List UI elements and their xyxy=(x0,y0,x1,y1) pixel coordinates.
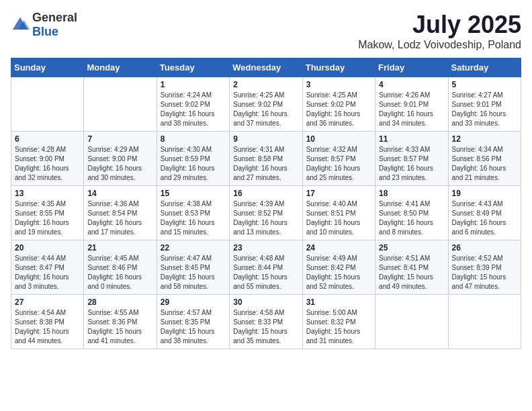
calendar-cell: 22Sunrise: 4:47 AM Sunset: 8:45 PM Dayli… xyxy=(157,240,229,295)
calendar-cell: 17Sunrise: 4:40 AM Sunset: 8:51 PM Dayli… xyxy=(302,186,375,240)
day-number: 13 xyxy=(15,189,80,198)
day-number: 28 xyxy=(87,298,152,307)
calendar-cell: 3Sunrise: 4:25 AM Sunset: 9:02 PM Daylig… xyxy=(302,77,375,132)
cell-text: Sunrise: 4:44 AM Sunset: 8:47 PM Dayligh… xyxy=(15,254,80,291)
day-number: 20 xyxy=(15,243,80,253)
calendar-cell: 9Sunrise: 4:31 AM Sunset: 8:58 PM Daylig… xyxy=(230,132,302,186)
day-number: 8 xyxy=(161,134,226,144)
day-number: 21 xyxy=(87,243,152,253)
cell-text: Sunrise: 4:49 AM Sunset: 8:42 PM Dayligh… xyxy=(306,254,371,291)
day-number: 3 xyxy=(306,80,371,89)
cell-text: Sunrise: 4:25 AM Sunset: 9:02 PM Dayligh… xyxy=(233,91,298,128)
calendar-cell: 19Sunrise: 4:43 AM Sunset: 8:49 PM Dayli… xyxy=(448,186,521,240)
cell-text: Sunrise: 4:33 AM Sunset: 8:57 PM Dayligh… xyxy=(379,145,444,183)
calendar-cell: 18Sunrise: 4:41 AM Sunset: 8:50 PM Dayli… xyxy=(375,186,448,240)
weekday-header-saturday: Saturday xyxy=(448,58,521,77)
day-number: 16 xyxy=(233,189,298,198)
cell-text: Sunrise: 4:26 AM Sunset: 9:01 PM Dayligh… xyxy=(379,91,444,128)
weekday-header-monday: Monday xyxy=(84,58,157,77)
cell-text: Sunrise: 4:48 AM Sunset: 8:44 PM Dayligh… xyxy=(233,254,298,291)
location-text: Makow, Lodz Voivodeship, Poland xyxy=(358,39,521,51)
cell-text: Sunrise: 4:54 AM Sunset: 8:38 PM Dayligh… xyxy=(15,308,80,346)
calendar-cell: 10Sunrise: 4:32 AM Sunset: 8:57 PM Dayli… xyxy=(302,132,375,186)
cell-text: Sunrise: 4:43 AM Sunset: 8:49 PM Dayligh… xyxy=(452,199,517,237)
cell-text: Sunrise: 4:52 AM Sunset: 8:39 PM Dayligh… xyxy=(452,254,517,291)
cell-text: Sunrise: 4:58 AM Sunset: 8:33 PM Dayligh… xyxy=(233,308,298,346)
logo-icon xyxy=(11,15,30,34)
weekday-header-friday: Friday xyxy=(375,58,448,77)
cell-text: Sunrise: 4:34 AM Sunset: 8:56 PM Dayligh… xyxy=(452,145,517,183)
calendar-cell: 15Sunrise: 4:38 AM Sunset: 8:53 PM Dayli… xyxy=(157,186,229,240)
day-number: 12 xyxy=(452,134,517,144)
cell-text: Sunrise: 4:41 AM Sunset: 8:50 PM Dayligh… xyxy=(379,199,444,237)
day-number: 22 xyxy=(161,243,226,253)
cell-text: Sunrise: 4:38 AM Sunset: 8:53 PM Dayligh… xyxy=(161,199,226,237)
calendar-cell: 27Sunrise: 4:54 AM Sunset: 8:38 PM Dayli… xyxy=(11,295,84,349)
cell-text: Sunrise: 4:25 AM Sunset: 9:02 PM Dayligh… xyxy=(306,91,371,128)
calendar-week-row: 27Sunrise: 4:54 AM Sunset: 8:38 PM Dayli… xyxy=(11,295,521,349)
calendar-cell: 6Sunrise: 4:28 AM Sunset: 9:00 PM Daylig… xyxy=(11,132,84,186)
calendar-cell: 1Sunrise: 4:24 AM Sunset: 9:02 PM Daylig… xyxy=(157,77,229,132)
title-block: July 2025 Makow, Lodz Voivodeship, Polan… xyxy=(358,11,521,51)
day-number: 24 xyxy=(306,243,371,253)
calendar-cell: 5Sunrise: 4:27 AM Sunset: 9:01 PM Daylig… xyxy=(448,77,521,132)
day-number: 27 xyxy=(15,298,80,307)
day-number: 14 xyxy=(87,189,152,198)
calendar-cell: 24Sunrise: 4:49 AM Sunset: 8:42 PM Dayli… xyxy=(302,240,375,295)
calendar-cell: 11Sunrise: 4:33 AM Sunset: 8:57 PM Dayli… xyxy=(375,132,448,186)
cell-text: Sunrise: 4:31 AM Sunset: 8:58 PM Dayligh… xyxy=(233,145,298,183)
logo: General Blue xyxy=(11,11,77,39)
weekday-header-wednesday: Wednesday xyxy=(230,58,302,77)
day-number: 31 xyxy=(306,298,371,307)
calendar-week-row: 13Sunrise: 4:35 AM Sunset: 8:55 PM Dayli… xyxy=(11,186,521,240)
day-number: 17 xyxy=(306,189,371,198)
cell-text: Sunrise: 4:32 AM Sunset: 8:57 PM Dayligh… xyxy=(306,145,371,183)
day-number: 19 xyxy=(452,189,517,198)
calendar-cell: 29Sunrise: 4:57 AM Sunset: 8:35 PM Dayli… xyxy=(157,295,229,349)
calendar-cell xyxy=(11,77,84,132)
calendar-week-row: 1Sunrise: 4:24 AM Sunset: 9:02 PM Daylig… xyxy=(11,77,521,132)
day-number: 30 xyxy=(233,298,298,307)
day-number: 18 xyxy=(379,189,444,198)
day-number: 29 xyxy=(161,298,226,307)
weekday-header-sunday: Sunday xyxy=(11,58,84,77)
day-number: 5 xyxy=(452,80,517,89)
cell-text: Sunrise: 4:40 AM Sunset: 8:51 PM Dayligh… xyxy=(306,199,371,237)
calendar-cell: 31Sunrise: 5:00 AM Sunset: 8:32 PM Dayli… xyxy=(302,295,375,349)
cell-text: Sunrise: 4:36 AM Sunset: 8:54 PM Dayligh… xyxy=(87,199,152,237)
calendar-cell: 4Sunrise: 4:26 AM Sunset: 9:01 PM Daylig… xyxy=(375,77,448,132)
day-number: 1 xyxy=(161,80,226,89)
calendar-cell: 8Sunrise: 4:30 AM Sunset: 8:59 PM Daylig… xyxy=(157,132,229,186)
calendar-cell: 25Sunrise: 4:51 AM Sunset: 8:41 PM Dayli… xyxy=(375,240,448,295)
header: General Blue July 2025 Makow, Lodz Voivo… xyxy=(11,11,521,51)
calendar-cell: 7Sunrise: 4:29 AM Sunset: 9:00 PM Daylig… xyxy=(84,132,157,186)
day-number: 26 xyxy=(452,243,517,253)
day-number: 15 xyxy=(161,189,226,198)
day-number: 23 xyxy=(233,243,298,253)
logo-blue-text: Blue xyxy=(32,25,58,38)
calendar-cell: 30Sunrise: 4:58 AM Sunset: 8:33 PM Dayli… xyxy=(230,295,302,349)
cell-text: Sunrise: 4:51 AM Sunset: 8:41 PM Dayligh… xyxy=(379,254,444,291)
calendar-cell: 16Sunrise: 4:39 AM Sunset: 8:52 PM Dayli… xyxy=(230,186,302,240)
calendar-cell: 23Sunrise: 4:48 AM Sunset: 8:44 PM Dayli… xyxy=(230,240,302,295)
cell-text: Sunrise: 5:00 AM Sunset: 8:32 PM Dayligh… xyxy=(306,308,371,346)
calendar-cell: 21Sunrise: 4:45 AM Sunset: 8:46 PM Dayli… xyxy=(84,240,157,295)
cell-text: Sunrise: 4:35 AM Sunset: 8:55 PM Dayligh… xyxy=(15,199,80,237)
calendar-week-row: 6Sunrise: 4:28 AM Sunset: 9:00 PM Daylig… xyxy=(11,132,521,186)
calendar-cell: 20Sunrise: 4:44 AM Sunset: 8:47 PM Dayli… xyxy=(11,240,84,295)
weekday-header-thursday: Thursday xyxy=(302,58,375,77)
day-number: 4 xyxy=(379,80,444,89)
day-number: 10 xyxy=(306,134,371,144)
cell-text: Sunrise: 4:24 AM Sunset: 9:02 PM Dayligh… xyxy=(161,91,226,128)
cell-text: Sunrise: 4:55 AM Sunset: 8:36 PM Dayligh… xyxy=(87,308,152,346)
month-year-title: July 2025 xyxy=(358,11,521,39)
day-number: 2 xyxy=(233,80,298,89)
day-number: 6 xyxy=(15,134,80,144)
calendar-cell: 26Sunrise: 4:52 AM Sunset: 8:39 PM Dayli… xyxy=(448,240,521,295)
cell-text: Sunrise: 4:28 AM Sunset: 9:00 PM Dayligh… xyxy=(15,145,80,183)
cell-text: Sunrise: 4:45 AM Sunset: 8:46 PM Dayligh… xyxy=(87,254,152,291)
logo-general-text: General xyxy=(32,11,77,24)
cell-text: Sunrise: 4:30 AM Sunset: 8:59 PM Dayligh… xyxy=(161,145,226,183)
calendar-cell xyxy=(84,77,157,132)
calendar-cell xyxy=(375,295,448,349)
